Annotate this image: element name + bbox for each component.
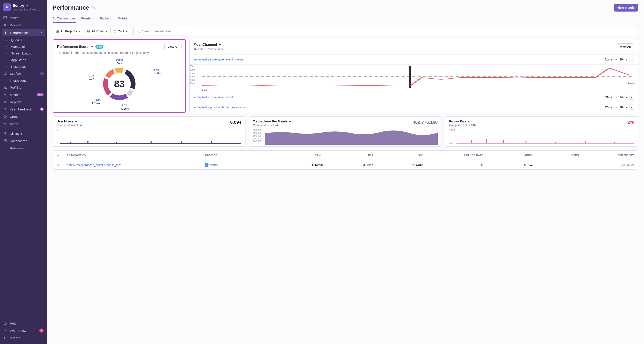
svg-point-22	[137, 30, 139, 32]
sidebar-item-discover[interactable]: Discover	[0, 130, 46, 137]
svg-text:?: ?	[92, 6, 94, 9]
calendar-icon	[114, 30, 116, 33]
org-switcher[interactable]: Sentry abdullah.khan@sen...	[0, 2, 46, 14]
main: Performance ? View Trends All Transactio…	[46, 0, 644, 344]
sidebar-item-alerts[interactable]: Alerts	[0, 120, 46, 127]
trending-link[interactable]: sentry.tasks.store.save_event	[194, 95, 233, 99]
trending-link[interactable]: sentry.tasks.store.save_event_transa ...	[194, 58, 246, 61]
view-all-button[interactable]: View All	[164, 43, 182, 50]
sidebar-item-issues[interactable]: Issues	[0, 14, 46, 21]
perf-score-subtitle: The overall performance score across sel…	[53, 50, 185, 57]
view-all-button[interactable]: View All	[617, 43, 634, 50]
sidebar-item-dashboards[interactable]: Dashboards	[0, 137, 46, 144]
tab-all-transactions[interactable]: All Transactions	[52, 14, 76, 23]
metric-lcp: LCP1.88s	[154, 69, 161, 75]
envs-filter[interactable]: All Envs	[84, 27, 110, 35]
sidebar-item-metrics[interactable]: Metricsbeta	[0, 91, 46, 98]
sidebar-item-performance[interactable]: Performance	[2, 29, 45, 36]
svg-text:?: ?	[4, 322, 6, 325]
ytick: 50ms	[190, 75, 196, 78]
tabs: All TransactionsFrontendBackendMobile	[52, 14, 638, 23]
trending-item[interactable]: sentry.tasks.store.save_event_transa ...…	[190, 54, 638, 64]
ytick: 300,000	[253, 134, 262, 137]
user-icon	[576, 164, 579, 166]
chevron-down-icon	[79, 30, 81, 32]
user-misery-chart: 1 0	[57, 129, 242, 145]
svg-rect-3	[6, 88, 7, 89]
sidebar-item-web-vitals[interactable]: Web Vitals	[0, 43, 46, 50]
project-cell[interactable]: sentry	[204, 163, 272, 167]
tpm-header[interactable]: TPM ↓	[274, 154, 323, 157]
trending-link[interactable]: sentry.tasks.process_buffer.process_incr	[194, 106, 248, 109]
chevron-down-icon	[26, 4, 28, 7]
projects-filter[interactable]: All Projects	[53, 27, 84, 35]
svg-rect-20	[88, 31, 90, 32]
expand-button[interactable]	[629, 105, 634, 110]
svg-rect-40	[486, 139, 487, 143]
chevron-up-icon[interactable]	[40, 72, 44, 75]
chevron-down-icon	[630, 96, 633, 98]
sidebar-item-starfish[interactable]: Starfish	[0, 70, 46, 77]
chevron-down-icon[interactable]	[468, 120, 470, 123]
sidebar-item-replays[interactable]: Replays	[0, 98, 46, 106]
star-icon[interactable]: ★	[57, 163, 65, 167]
tab-backend[interactable]: Backend	[100, 14, 112, 23]
sidebar-item-releases[interactable]: Releases	[0, 144, 46, 152]
svg-rect-19	[88, 30, 90, 31]
ytick: 65ms	[190, 65, 196, 67]
time-filter[interactable]: 24H	[110, 27, 131, 35]
sidebar-item-interactions[interactable]: Interactions	[0, 77, 46, 84]
grid-icon	[56, 30, 59, 33]
chevron-down-icon[interactable]	[75, 120, 77, 123]
table-row[interactable]: ★ sentry.tasks.process_buffer.process_in…	[53, 160, 638, 169]
page-title: Performance ?	[52, 4, 95, 11]
sidebar-item-projects[interactable]: Projects	[0, 21, 46, 29]
megaphone-icon	[3, 107, 7, 111]
svg-rect-15	[56, 30, 57, 31]
sidebar-item-queries[interactable]: Queries	[0, 37, 46, 43]
star-icon[interactable]: ★	[57, 153, 65, 157]
most-changed-card: Most Changed Trending Transactions View …	[190, 39, 638, 113]
svg-rect-34	[116, 142, 117, 143]
svg-rect-41	[503, 140, 504, 143]
dot-icon	[6, 46, 7, 47]
sidebar-item-help[interactable]: ?Help	[0, 320, 46, 327]
svg-rect-17	[56, 31, 57, 32]
sidebar-item-profiling[interactable]: Profiling	[0, 84, 46, 91]
sidebar-item-user-feedback[interactable]: User FeedbackB	[0, 106, 46, 113]
sidebar: Sentry abdullah.khan@sen... Issues Proje…	[0, 0, 46, 344]
chevron-down-icon	[126, 30, 128, 32]
chevron-down-icon[interactable]	[289, 120, 291, 123]
tab-frontend[interactable]: Frontend	[81, 14, 94, 23]
play-icon	[3, 100, 7, 104]
svg-rect-6	[5, 139, 6, 141]
sidebar-collapse[interactable]: Collapse	[0, 334, 46, 342]
collapse-button[interactable]	[629, 57, 634, 62]
view-trends-button[interactable]: View Trends	[614, 4, 638, 11]
transaction-link[interactable]: sentry.tasks.process_buffer.process_incr	[67, 163, 203, 167]
tab-mobile[interactable]: Mobile	[118, 14, 127, 23]
trending-item[interactable]: sentry.tasks.store.save_event 83ms→94ms	[190, 92, 638, 102]
sidebar-item-app-starts[interactable]: App Starts	[0, 57, 46, 63]
expand-button[interactable]	[629, 95, 634, 100]
svg-rect-7	[4, 141, 5, 142]
sidebar-item-resources[interactable]: Resources	[0, 63, 46, 70]
help-icon[interactable]: ?	[91, 6, 95, 9]
sidebar-item-screen-loads[interactable]: Screen Loads	[0, 50, 46, 57]
sidebar-item-whats-new[interactable]: What's new6	[0, 327, 46, 334]
chevron-down-icon[interactable]	[91, 45, 93, 48]
chevron-down-icon[interactable]	[219, 43, 221, 46]
sidebar-item-crons[interactable]: Crons	[0, 113, 46, 120]
ytick: 60ms	[190, 68, 196, 71]
metrics-icon	[3, 92, 7, 97]
svg-point-12	[5, 330, 6, 331]
svg-rect-18	[58, 31, 58, 32]
search-input[interactable]	[134, 27, 638, 35]
tpm-card: Transactions Per MinuteCompared to last …	[249, 116, 442, 147]
svg-rect-33	[88, 141, 88, 143]
projects-icon	[3, 23, 7, 27]
ytick: 200,000	[253, 137, 262, 140]
trending-chart: 65ms60ms55ms50ms45ms40ms Past Present	[190, 64, 638, 92]
chevron-up-icon[interactable]	[39, 31, 43, 35]
trending-item[interactable]: sentry.tasks.process_buffer.process_incr…	[190, 102, 638, 112]
